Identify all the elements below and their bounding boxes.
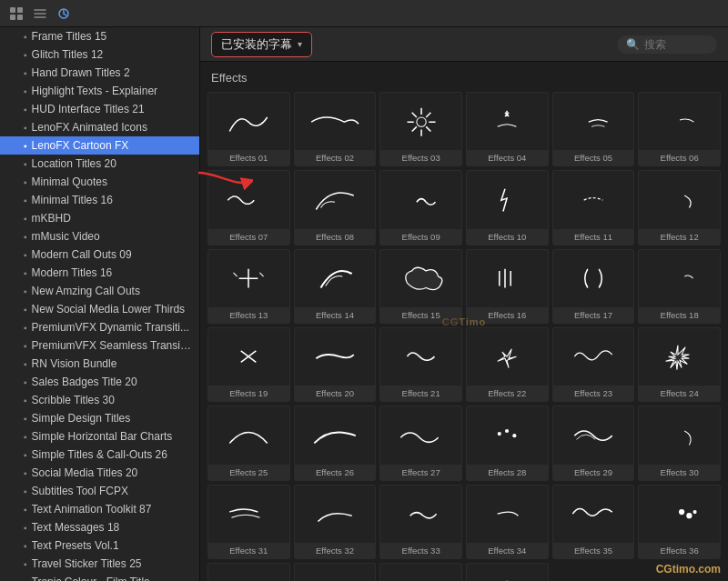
grid-item-11[interactable]: Effects 11 — [552, 170, 635, 245]
grid-item-25[interactable]: Effects 25 — [207, 406, 290, 480]
grid-item-35[interactable]: Effects 35 — [552, 485, 635, 559]
grid-item-32[interactable]: Effects 32 — [294, 485, 377, 559]
grid-item-22[interactable]: Effects 22 — [466, 327, 549, 402]
svg-point-6 — [416, 116, 425, 125]
grid-item-07[interactable]: Effects 07 — [207, 170, 290, 245]
grid-item-39[interactable]: Effects 39 — [379, 563, 462, 581]
sidebar-item-15[interactable]: ▪New Social Media Lower Thirds — [0, 300, 199, 318]
sidebar-item-13[interactable]: ▪Modern Titles 16 — [0, 264, 199, 282]
grid-item-19[interactable]: Effects 19 — [207, 327, 290, 402]
grid-item-04[interactable]: Effects 04 — [466, 92, 549, 166]
grid-item-06[interactable]: Effects 06 — [638, 92, 721, 166]
grid-item-02[interactable]: Effects 02 — [294, 92, 377, 166]
grid-item-27[interactable]: Effects 27 — [379, 406, 462, 480]
installed-titles-dropdown[interactable]: 已安装的字幕 ▾ — [211, 32, 312, 57]
grid-item-40[interactable]: Effects 40 — [466, 563, 549, 581]
search-input[interactable] — [644, 38, 708, 51]
search-box[interactable]: 🔍 — [617, 35, 717, 54]
sidebar-item-18[interactable]: ▪RN Vision Bundle — [0, 355, 199, 373]
grid-item-05[interactable]: Effects 05 — [552, 92, 635, 166]
search-icon: 🔍 — [626, 38, 640, 51]
sidebar-item-9[interactable]: ▪Minimal Titles 16 — [0, 191, 199, 209]
sidebar-item-22[interactable]: ▪Simple Horizontal Bar Charts — [0, 427, 199, 446]
sidebar-item-17[interactable]: ▪PremiumVFX Seamless Transiti... — [0, 336, 199, 355]
top-bar: 已安装的字幕 ▾ 🔍 — [200, 27, 728, 62]
sidebar-item-29[interactable]: ▪Travel Sticker Titles 25 — [0, 555, 199, 573]
grid-item-17[interactable]: Effects 17 — [552, 249, 635, 324]
grid-item-34[interactable]: Effects 34 — [466, 485, 549, 559]
grid-item-28[interactable]: Effects 28 — [466, 406, 549, 480]
toolbar-icon-3[interactable] — [55, 5, 73, 23]
grid-label-15: Effects 15 — [380, 307, 461, 323]
sidebar-item-icon-19: ▪ — [24, 377, 27, 387]
grid-thumb-05 — [553, 93, 634, 150]
sidebar-item-2[interactable]: ▪Hand Drawn Titles 2 — [0, 64, 199, 82]
sidebar-item-6[interactable]: ▪LenoFX Cartoon FX — [0, 136, 199, 155]
grid-item-29[interactable]: Effects 29 — [552, 406, 635, 480]
sidebar-item-7[interactable]: ▪Location Titles 20 — [0, 155, 199, 173]
sidebar-item-icon-14: ▪ — [24, 286, 27, 296]
grid-item-01[interactable]: Effects 01 — [207, 92, 290, 166]
sidebar-item-0[interactable]: ▪Frame Titles 15 — [0, 27, 199, 45]
grid-label-32: Effects 32 — [295, 543, 376, 558]
grid-item-03[interactable]: Effects 03 — [379, 92, 462, 166]
sidebar-item-23[interactable]: ▪Simple Titles & Call-Outs 26 — [0, 446, 199, 464]
sidebar-item-16[interactable]: ▪PremiumVFX Dynamic Transiti... — [0, 318, 199, 336]
grid-item-36[interactable]: Effects 36 — [638, 485, 721, 559]
grid-item-31[interactable]: Effects 31 — [207, 485, 290, 559]
grid-thumb-14 — [295, 250, 376, 307]
grid-item-08[interactable]: Effects 08 — [294, 170, 377, 245]
sidebar-item-26[interactable]: ▪Text Animation Toolkit 87 — [0, 500, 199, 518]
sidebar-item-25[interactable]: ▪Subtitles Tool FCPX — [0, 482, 199, 500]
cgtimo-badge: CGtimo.com — [656, 563, 721, 576]
sidebar-item-4[interactable]: ▪HUD Interface Titles 21 — [0, 100, 199, 118]
svg-point-32 — [693, 510, 696, 514]
grid-item-23[interactable]: Effects 23 — [552, 327, 635, 402]
grid-thumb-37 — [208, 564, 289, 581]
grid-label-02: Effects 02 — [295, 150, 376, 165]
grid-thumb-12 — [639, 171, 720, 228]
grid-thumb-11 — [553, 171, 634, 228]
grid-item-10[interactable]: Effects 10 — [466, 170, 549, 245]
dropdown-label: 已安装的字幕 — [221, 36, 292, 53]
grid-item-15[interactable]: Effects 15 — [379, 249, 462, 324]
sidebar-item-21[interactable]: ▪Simple Design Titles — [0, 409, 199, 427]
sidebar-item-label-17: PremiumVFX Seamless Transiti... — [32, 339, 192, 352]
grid-item-30[interactable]: Effects 30 — [638, 406, 721, 480]
sidebar-item-label-16: PremiumVFX Dynamic Transiti... — [32, 321, 189, 334]
sidebar-item-1[interactable]: ▪Glitch Titles 12 — [0, 45, 199, 64]
sidebar-item-8[interactable]: ▪Minimal Quotes — [0, 173, 199, 191]
sidebar-item-5[interactable]: ▪LenoFX Animated Icons — [0, 118, 199, 136]
sidebar-item-3[interactable]: ▪Highlight Texts - Explainer — [0, 82, 199, 100]
grid-item-37[interactable]: Effects 37 — [207, 563, 290, 581]
sidebar-item-icon-29: ▪ — [24, 559, 27, 569]
grid-item-38[interactable]: Effects 38 — [294, 563, 377, 581]
grid-item-21[interactable]: Effects 21 — [379, 327, 462, 402]
sidebar-item-10[interactable]: ▪mKBHD — [0, 209, 199, 227]
grid-item-24[interactable]: Effects 24 — [638, 327, 721, 402]
grid-thumb-24 — [639, 328, 720, 386]
grid-item-14[interactable]: Effects 14 — [294, 249, 377, 324]
grid-item-09[interactable]: Effects 09 — [379, 170, 462, 245]
sidebar-item-27[interactable]: ▪Text Messages 18 — [0, 518, 199, 536]
toolbar-icon-2[interactable] — [31, 5, 49, 23]
grid-item-20[interactable]: Effects 20 — [294, 327, 377, 402]
sidebar-item-20[interactable]: ▪Scribble Titles 30 — [0, 391, 199, 409]
sidebar-item-24[interactable]: ▪Social Media Titles 20 — [0, 464, 199, 482]
toolbar-icon-1[interactable] — [7, 5, 25, 23]
grid-item-33[interactable]: Effects 33 — [379, 485, 462, 559]
sidebar-item-14[interactable]: ▪New Amzing Call Outs — [0, 282, 199, 300]
svg-rect-2 — [10, 15, 15, 20]
sidebar-item-28[interactable]: ▪Text Presets Vol.1 — [0, 536, 199, 555]
sidebar-item-19[interactable]: ▪Sales Badges Title 20 — [0, 373, 199, 391]
grid-item-16[interactable]: Effects 16 — [466, 249, 549, 324]
sidebar-item-11[interactable]: ▪mMusic Video — [0, 227, 199, 245]
grid-thumb-17 — [553, 250, 634, 307]
sidebar-item-30[interactable]: ▪Tropic Colour - Film Title — [0, 573, 199, 581]
grid-item-18[interactable]: Effects 18 — [638, 249, 721, 324]
grid-item-12[interactable]: Effects 12 — [638, 170, 721, 245]
sidebar-item-12[interactable]: ▪Modern Call Outs 09 — [0, 245, 199, 264]
grid-item-26[interactable]: Effects 26 — [294, 406, 377, 480]
grid-item-13[interactable]: Effects 13 — [207, 249, 290, 324]
sidebar-item-label-20: Scribble Titles 30 — [32, 394, 115, 406]
